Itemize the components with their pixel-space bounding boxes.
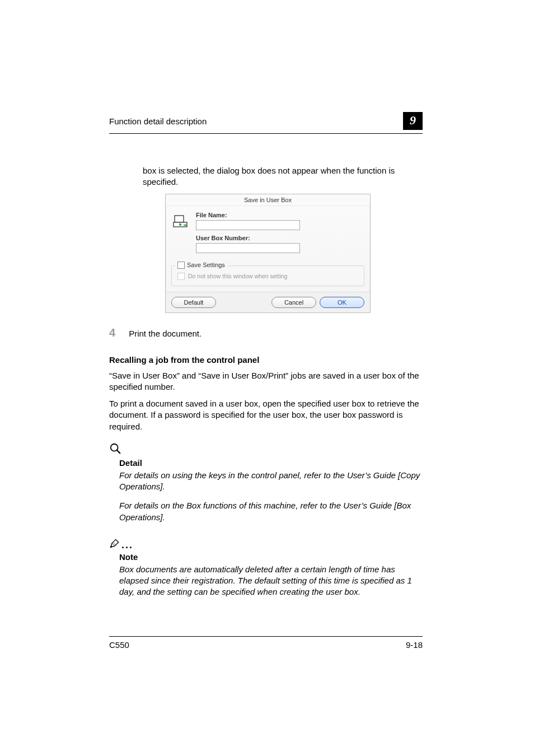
dialog-screenshot: Save in User Box File Name: — [165, 194, 423, 313]
svg-point-2 — [179, 223, 181, 225]
chapter-number: 9 — [403, 112, 423, 130]
dialog-footer: Default Cancel OK — [166, 292, 370, 312]
page-header: Function detail description 9 — [109, 112, 423, 134]
default-button[interactable]: Default — [171, 297, 216, 308]
note-heading: Note — [119, 552, 423, 562]
ok-button[interactable]: OK — [320, 297, 364, 308]
save-settings-group: Save Settings Do not show this window wh… — [171, 265, 364, 286]
do-not-show-checkbox[interactable] — [177, 273, 185, 280]
printer-drawer-icon — [172, 214, 188, 231]
do-not-show-label: Do not show this window when setting — [188, 273, 287, 279]
cancel-button[interactable]: Cancel — [271, 297, 316, 308]
detail-heading: Detail — [119, 458, 423, 468]
save-in-user-box-dialog: Save in User Box File Name: — [165, 194, 371, 313]
footer-model: C550 — [109, 640, 129, 650]
step-number: 4 — [109, 326, 115, 339]
pen-icon — [109, 538, 120, 549]
paragraph-1: “Save in User Box” and “Save in User Box… — [109, 370, 423, 393]
detail-body-1: For details on using the keys in the con… — [119, 470, 423, 493]
step-4-row: 4 Print the document. — [109, 326, 423, 339]
magnifier-icon — [109, 442, 120, 454]
dialog-body: File Name: User Box Number: — [166, 206, 370, 261]
header-title: Function detail description — [109, 116, 207, 126]
paragraph-2: To print a document saved in a user box,… — [109, 398, 423, 432]
save-settings-label: Save Settings — [187, 262, 225, 268]
detail-body-2: For details on the Box functions of this… — [119, 500, 423, 523]
subheading-recalling: Recalling a job from the control panel — [109, 355, 423, 365]
step-text: Print the document. — [129, 329, 202, 338]
intro-paragraph: box is selected, the dialog box does not… — [143, 165, 406, 188]
svg-rect-0 — [175, 216, 184, 222]
user-box-number-label: User Box Number: — [196, 235, 363, 241]
detail-callout: Detail For details on using the keys in … — [109, 442, 423, 523]
note-callout: ... Note Box documents are automatically… — [109, 538, 423, 598]
ellipsis-icon: ... — [121, 539, 133, 550]
note-body: Box documents are automatically deleted … — [119, 564, 423, 598]
file-name-input[interactable] — [196, 220, 300, 230]
footer-page-number: 9-18 — [406, 640, 423, 650]
save-settings-checkbox[interactable] — [177, 262, 185, 269]
dialog-title: Save in User Box — [166, 194, 370, 206]
user-box-number-input[interactable] — [196, 243, 300, 253]
file-name-label: File Name: — [196, 212, 363, 218]
page-footer: C550 9-18 — [109, 636, 423, 650]
page-content: Function detail description 9 box is sel… — [109, 112, 423, 598]
